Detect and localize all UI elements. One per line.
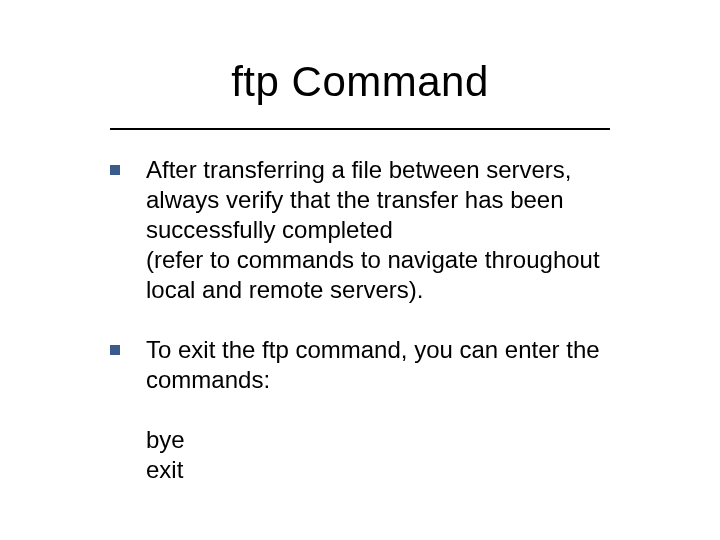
slide-title: ftp Command <box>0 58 720 106</box>
bullet-item: After transferring a file between server… <box>110 155 650 305</box>
slide-content: After transferring a file between server… <box>110 155 650 485</box>
bullet-item: To exit the ftp command, you can enter t… <box>110 335 650 395</box>
command-list: bye exit <box>146 425 650 485</box>
bullet-text: To exit the ftp command, you can enter t… <box>146 335 650 395</box>
bullet-text: After transferring a file between server… <box>146 155 650 305</box>
bullet-marker-icon <box>110 345 120 355</box>
bullet-marker-icon <box>110 165 120 175</box>
title-underline <box>110 128 610 130</box>
slide: ftp Command After transferring a file be… <box>0 0 720 540</box>
